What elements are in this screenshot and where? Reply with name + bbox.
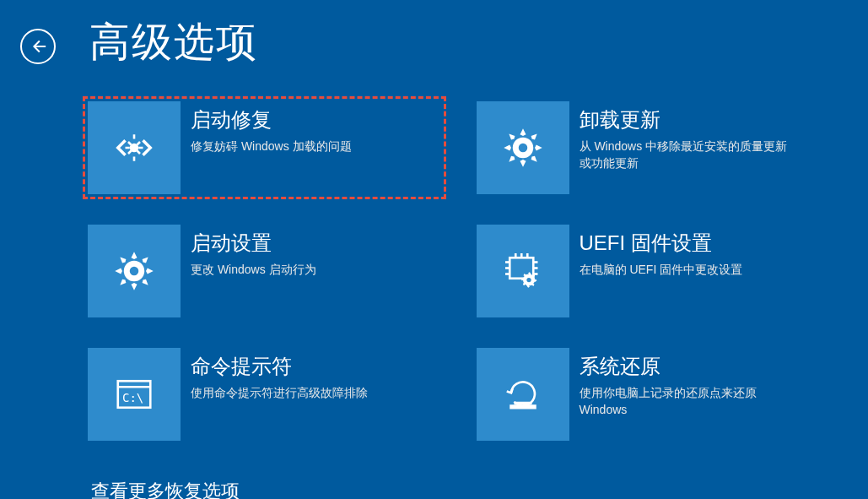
option-desc: 使用命令提示符进行高级故障排除 <box>191 385 368 402</box>
option-title: 系统还原 <box>580 353 799 380</box>
option-desc: 使用你电脑上记录的还原点来还原 Windows <box>580 385 799 418</box>
option-desc: 从 Windows 中移除最近安装的质量更新或功能更新 <box>580 138 799 171</box>
svg-text:C:\: C:\ <box>122 391 143 404</box>
option-title: 卸载更新 <box>580 106 799 133</box>
option-uninstall-updates[interactable]: 卸载更新 从 Windows 中移除最近安装的质量更新或功能更新 <box>472 96 835 199</box>
option-title: 命令提示符 <box>191 353 368 380</box>
option-system-restore[interactable]: 系统还原 使用你电脑上记录的还原点来还原 Windows <box>472 343 835 446</box>
option-title: 启动修复 <box>191 106 352 133</box>
restore-icon <box>477 348 569 441</box>
back-button[interactable] <box>20 29 56 64</box>
svg-rect-18 <box>514 402 531 405</box>
option-startup-settings[interactable]: 启动设置 更改 Windows 启动行为 <box>83 220 446 323</box>
svg-rect-17 <box>509 404 536 409</box>
option-uefi-firmware[interactable]: UEFI 固件设置 在电脑的 UEFI 固件中更改设置 <box>472 220 835 323</box>
gear-icon <box>88 225 181 317</box>
svg-point-13 <box>526 278 531 282</box>
chip-gear-icon <box>477 225 569 317</box>
gear-icon <box>477 101 569 194</box>
option-desc: 修复妨碍 Windows 加载的问题 <box>191 138 352 155</box>
more-recovery-options-link[interactable]: 查看更多恢复选项 <box>91 479 240 499</box>
option-desc: 在电脑的 UEFI 固件中更改设置 <box>580 262 743 279</box>
back-arrow-icon <box>29 37 47 56</box>
option-command-prompt[interactable]: C:\ 命令提示符 使用命令提示符进行高级故障排除 <box>83 343 446 446</box>
option-title: 启动设置 <box>191 230 316 257</box>
option-desc: 更改 Windows 启动行为 <box>191 262 316 279</box>
terminal-icon: C:\ <box>88 348 181 441</box>
page-title: 高级选项 <box>89 15 258 69</box>
wrench-code-icon <box>88 101 181 194</box>
option-startup-repair[interactable]: 启动修复 修复妨碍 Windows 加载的问题 <box>83 96 446 199</box>
option-title: UEFI 固件设置 <box>580 230 743 257</box>
